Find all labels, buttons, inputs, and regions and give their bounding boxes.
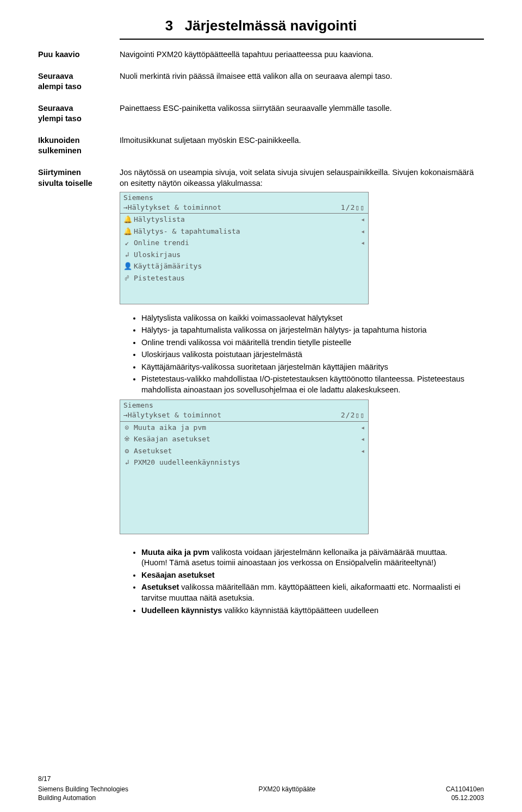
- restart-icon: ↲: [123, 458, 130, 467]
- def-body: Ilmoitusikkunat suljetaan myöskin ESC-pa…: [120, 135, 484, 157]
- chapter-number: 3: [165, 17, 173, 34]
- settings-icon: ⚙: [123, 446, 130, 456]
- lcd-brand: Siemens: [123, 193, 153, 203]
- lcd-menu-item: ☍Pistetestaus: [120, 272, 368, 284]
- submenu-arrow-icon: ◂: [361, 215, 365, 224]
- lcd-brand: Siemens: [123, 401, 153, 410]
- lcd-menu-item: ⊙Muuta aika ja pvm◂: [120, 422, 368, 434]
- list-item: Uloskirjaus valikosta poistutaan järjest…: [141, 349, 468, 360]
- def-body: Painettaess ESC-painiketta valikossa sii…: [120, 103, 484, 124]
- list-item: Hälytys- ja tapahtumalista valikossa on …: [141, 325, 468, 336]
- bell-icon: 🔔: [123, 215, 130, 224]
- submenu-arrow-icon: ◂: [361, 434, 365, 444]
- lcd-screenshot-1: Siemens →Hälytykset & toiminnot 1/2▯▯ 🔔H…: [120, 192, 369, 304]
- dst-icon: ※: [123, 434, 130, 444]
- lcd-menu-item: ↲Uloskirjaus: [120, 249, 368, 261]
- def-body: Navigointi PXM20 käyttöpäätteellä tapaht…: [120, 49, 484, 60]
- footer-doc-title: PXM20 käyttöpääte: [259, 785, 316, 794]
- list-item: Asetukset valikossa määritellään mm. käy…: [141, 582, 468, 603]
- submenu-arrow-icon: ◂: [361, 423, 365, 433]
- lcd-breadcrumb: →Hälytykset & toiminnot: [123, 203, 221, 213]
- submenu-arrow-icon: ◂: [361, 227, 365, 236]
- def-label: Seuraava ylempi taso: [38, 103, 120, 124]
- list-item: Kesäajan asetukset: [141, 570, 468, 581]
- lcd-menu-item: ⚙Asetukset◂: [120, 445, 368, 457]
- submenu-arrow-icon: ◂: [361, 238, 365, 248]
- trend-icon: ↙: [123, 238, 130, 248]
- lcd-breadcrumb: →Hälytykset & toiminnot: [123, 410, 221, 420]
- list-item: Käyttäjämääritys-valikossa suoritetaan j…: [141, 362, 468, 373]
- list-item: Pistetestaus-valikko mahdollistaa I/O-pi…: [141, 374, 468, 395]
- logout-icon: ↲: [123, 250, 130, 260]
- lcd-menu-item: 👤Käyttäjämääritys: [120, 260, 368, 272]
- list-item: Uudelleen käynnistys valikko käynnistää …: [141, 605, 468, 616]
- test-icon: ☍: [123, 273, 130, 283]
- submenu-arrow-icon: ◂: [361, 446, 365, 456]
- def-body: Jos näytössä on useampia sivuja, voit se…: [120, 167, 484, 189]
- footer-date: 05.12.2003: [451, 794, 484, 802]
- bullet-list-2: Muuta aika ja pvm valikosta voidaan järj…: [130, 547, 484, 616]
- list-item: Online trendi valikossa voi määritellä t…: [141, 338, 468, 348]
- chapter-title: Järjestelmässä navigointi: [185, 17, 357, 34]
- bullet-list-1: Hälytyslista valikossa on kaikki voimass…: [130, 313, 484, 396]
- chapter-heading: 3 Järjestelmässä navigointi: [38, 13, 484, 35]
- def-body: Nuoli merkintä rivin päässä ilmaisee ett…: [120, 71, 484, 92]
- lcd-page-indicator: 2/2▯▯: [341, 410, 365, 420]
- lcd-menu-item: 🔔Hälytys- & tapahtumalista◂: [120, 226, 368, 238]
- page-number: 8/17: [38, 774, 484, 783]
- lcd-menu-item: 🔔Hälytyslista◂: [120, 214, 368, 226]
- clock-icon: ⊙: [123, 423, 130, 433]
- lcd-menu-item: ※Kesäajan asetukset◂: [120, 433, 368, 445]
- def-label: Siirtyminen sivulta toiselle: [38, 167, 120, 189]
- lcd-menu-item: ↲PXM20 uudelleenkäynnistys: [120, 457, 368, 469]
- def-label: Puu kaavio: [38, 49, 120, 60]
- lcd-menu-item: ↙Online trendi◂: [120, 237, 368, 249]
- bell-icon: 🔔: [123, 227, 130, 236]
- lcd-screenshot-2: Siemens →Hälytykset & toiminnot 2/2▯▯ ⊙M…: [120, 399, 369, 534]
- footer-division: Building Automation: [38, 794, 96, 802]
- list-item: Hälytyslista valikossa on kaikki voimass…: [141, 313, 468, 324]
- footer-doc-id: CA110410en: [446, 785, 484, 794]
- def-label: Ikkunoiden sulkeminen: [38, 135, 120, 157]
- user-icon: 👤: [123, 261, 130, 271]
- chapter-rule: [120, 39, 484, 40]
- def-label: Seuraava alempi taso: [38, 71, 120, 92]
- lcd-page-indicator: 1/2▯▯: [341, 203, 365, 213]
- list-item: Muuta aika ja pvm valikosta voidaan järj…: [141, 547, 468, 569]
- footer-company: Siemens Building Technologies: [38, 785, 128, 794]
- page-footer: 8/17 Siemens Building Technologies PXM20…: [38, 774, 484, 802]
